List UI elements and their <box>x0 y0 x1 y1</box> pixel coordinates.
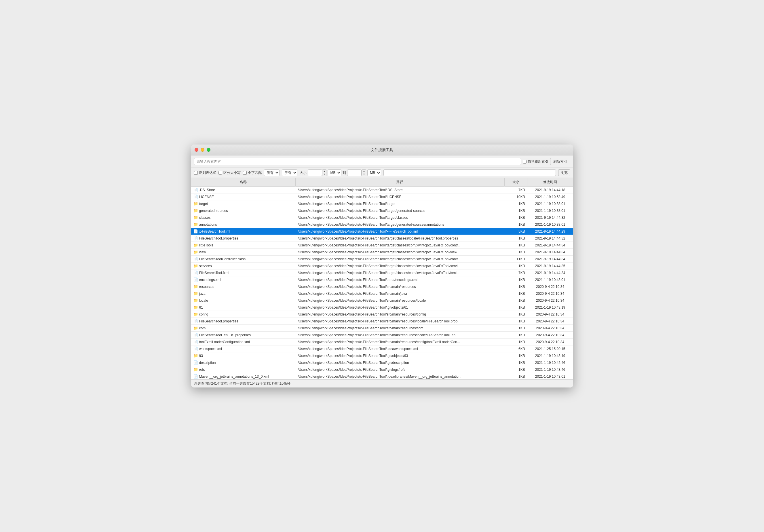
table-row[interactable]: 📁locale/Users/xufeng/workSpaces/IdeaProj… <box>191 297 573 304</box>
browse-button[interactable]: 浏览 <box>558 169 570 176</box>
table-row[interactable]: 📄FileSearchTool.properties/Users/xufeng/… <box>191 318 573 325</box>
table-row[interactable]: 📁target/Users/xufeng/workSpaces/IdeaProj… <box>191 200 573 207</box>
regex-checkbox[interactable] <box>194 171 198 175</box>
table-row[interactable]: 📄FileSearchTool_en_US.properties/Users/x… <box>191 332 573 339</box>
size-to-up[interactable]: ▲ <box>362 170 366 173</box>
table-row[interactable]: 📄workspace.xml/Users/xufeng/workSpaces/I… <box>191 345 573 352</box>
size-unit-to[interactable]: MB <box>367 169 381 176</box>
file-time-cell: 2021-1-19 10:43:19 <box>527 304 573 311</box>
minimize-button[interactable] <box>201 148 204 152</box>
file-time-cell: 2021-9-19 14:44:34 <box>527 256 573 263</box>
table-header-row: 名称 路径 大小 修改时间 <box>191 178 573 187</box>
case-sensitive-checkbox[interactable] <box>219 171 222 175</box>
file-name-cell: 📁93 <box>191 352 295 359</box>
file-icon: 📄 <box>193 257 198 261</box>
table-wrapper: 名称 路径 大小 修改时间 📄.DS_Store/Users/xufeng/wo… <box>191 178 573 379</box>
file-name-text: annotations <box>199 223 217 227</box>
maximize-button[interactable] <box>207 148 210 152</box>
file-size-cell: 1KB <box>504 366 527 373</box>
path-input[interactable]: /Users/xufeng/workSpaces/IdeaProjects/x-… <box>383 169 556 176</box>
file-name-cell: 📁resources <box>191 283 295 290</box>
file-name-text: classes <box>199 216 211 220</box>
file-name-cell: 📄FileSearchToolController.class <box>191 256 295 263</box>
table-row[interactable]: 📄encodings.xml/Users/xufeng/workSpaces/I… <box>191 276 573 283</box>
file-name-text: generated-sources <box>199 209 228 213</box>
table-row[interactable]: 📄Maven__org_jetbrains_annotations_13_0.x… <box>191 373 573 380</box>
col-header-path: 路径 <box>295 178 504 187</box>
col-header-size: 大小 <box>504 178 527 187</box>
table-row[interactable]: 📄LICENSE/Users/xufeng/workSpaces/IdeaPro… <box>191 193 573 200</box>
file-time-cell: 2021-1-19 10:43:01 <box>527 276 573 283</box>
table-row[interactable]: 📄.DS_Store/Users/xufeng/workSpaces/IdeaP… <box>191 187 573 193</box>
table-row[interactable]: 📁java/Users/xufeng/workSpaces/IdeaProjec… <box>191 290 573 297</box>
table-row[interactable]: 📁refs/Users/xufeng/workSpaces/IdeaProjec… <box>191 366 573 373</box>
titlebar: 文件搜索工具 <box>191 144 573 155</box>
table-row[interactable]: 📁view/Users/xufeng/workSpaces/IdeaProjec… <box>191 249 573 256</box>
table-row[interactable]: 📁com/Users/xufeng/workSpaces/IdeaProject… <box>191 325 573 332</box>
file-table-container[interactable]: 名称 路径 大小 修改时间 📄.DS_Store/Users/xufeng/wo… <box>191 178 573 379</box>
search-input[interactable] <box>194 158 521 165</box>
type-select-2[interactable]: 所有 <box>282 169 297 176</box>
file-name-text: description <box>199 361 216 365</box>
file-time-cell: 2021-9-19 14:44:34 <box>527 249 573 256</box>
close-button[interactable] <box>195 148 198 152</box>
file-icon: 📄 <box>193 188 198 192</box>
file-time-cell: 2021-1-25 15:20:15 <box>527 345 573 352</box>
table-row[interactable]: 📁config/Users/xufeng/workSpaces/IdeaProj… <box>191 311 573 318</box>
size-from-up[interactable]: ▲ <box>322 170 326 173</box>
folder-icon: 📁 <box>193 243 198 247</box>
file-time-cell: 2021-1-19 10:42:46 <box>527 359 573 366</box>
auto-refresh-label: 自动刷新索引 <box>523 159 548 164</box>
table-row[interactable]: 📄FileSearchToolController.class/Users/xu… <box>191 256 573 263</box>
size-to-input[interactable]: 0 <box>347 169 362 176</box>
file-table: 名称 路径 大小 修改时间 📄.DS_Store/Users/xufeng/wo… <box>191 178 573 379</box>
file-name-text: FileSearchTool.properties <box>199 319 238 323</box>
folder-icon: 📁 <box>193 250 198 254</box>
table-row[interactable]: 📁resources/Users/xufeng/workSpaces/IdeaP… <box>191 283 573 290</box>
folder-icon: 📁 <box>193 305 198 309</box>
table-row[interactable]: 📄description/Users/xufeng/workSpaces/Ide… <box>191 359 573 366</box>
file-size-cell: 5KB <box>504 228 527 235</box>
size-to-down[interactable]: ▼ <box>362 173 366 176</box>
folder-icon: 📁 <box>193 298 198 302</box>
file-name-cell: 📁target <box>191 200 295 207</box>
file-time-cell: 2021-1-19 10:53:49 <box>527 193 573 200</box>
auto-refresh-checkbox[interactable] <box>523 160 526 163</box>
file-path-cell: /Users/xufeng/workSpaces/IdeaProjects/x-… <box>295 263 504 269</box>
full-match-checkbox[interactable] <box>243 171 247 175</box>
file-path-cell: /Users/xufeng/workSpaces/IdeaProjects/x-… <box>295 297 504 304</box>
table-row[interactable]: 📁annotations/Users/xufeng/workSpaces/Ide… <box>191 221 573 228</box>
table-row[interactable]: 📁generated-sources/Users/xufeng/workSpac… <box>191 207 573 214</box>
table-row[interactable]: 📄toolFxmlLoaderConfiguration.xml/Users/x… <box>191 339 573 345</box>
file-name-text: FileSearchToolController.class <box>199 257 246 261</box>
folder-icon: 📁 <box>193 222 198 227</box>
table-row[interactable]: 📁93/Users/xufeng/workSpaces/IdeaProjects… <box>191 352 573 359</box>
file-path-cell: /Users/xufeng/workSpaces/IdeaProjects/x-… <box>295 221 504 228</box>
size-unit-from[interactable]: MB <box>327 169 341 176</box>
file-name-text: x-FileSearchTool.iml <box>199 230 230 234</box>
type-select-1[interactable]: 所有 <box>264 169 280 176</box>
file-icon: 📄 <box>193 277 198 282</box>
folder-icon: 📁 <box>193 215 198 220</box>
file-name-text: littleTools <box>199 243 213 247</box>
size-from-input[interactable]: 0 <box>308 169 322 176</box>
table-row[interactable]: 📁services/Users/xufeng/workSpaces/IdeaPr… <box>191 263 573 269</box>
file-size-cell: 1KB <box>504 276 527 283</box>
file-icon: 📄 <box>193 333 198 337</box>
size-from-down[interactable]: ▼ <box>322 173 326 176</box>
table-row[interactable]: 📄x-FileSearchTool.iml/Users/xufeng/workS… <box>191 228 573 235</box>
file-path-cell: /Users/xufeng/workSpaces/IdeaProjects/x-… <box>295 352 504 359</box>
table-row[interactable]: 📁littleTools/Users/xufeng/workSpaces/Ide… <box>191 242 573 249</box>
folder-icon: 📁 <box>193 291 198 296</box>
table-row[interactable]: 📄FileSearchTool.fxml/Users/xufeng/workSp… <box>191 269 573 276</box>
file-icon: 📄 <box>193 374 198 379</box>
file-size-cell: 1KB <box>504 304 527 311</box>
refresh-index-button[interactable]: 刷新索引 <box>550 158 570 165</box>
file-path-cell: /Users/xufeng/workSpaces/IdeaProjects/x-… <box>295 332 504 339</box>
table-row[interactable]: 📁classes/Users/xufeng/workSpaces/IdeaPro… <box>191 214 573 221</box>
file-path-cell: /Users/xufeng/workSpaces/IdeaProjects/x-… <box>295 339 504 345</box>
file-size-cell: 1KB <box>504 373 527 380</box>
file-path-cell: /Users/xufeng/workSpaces/IdeaProjects/x-… <box>295 311 504 318</box>
table-row[interactable]: 📄FileSearchTool.properties/Users/xufeng/… <box>191 235 573 242</box>
table-row[interactable]: 📁61/Users/xufeng/workSpaces/IdeaProjects… <box>191 304 573 311</box>
